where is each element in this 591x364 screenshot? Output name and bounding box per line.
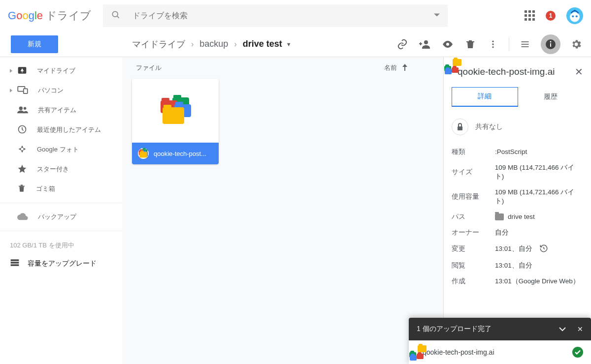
svg-point-12 [492, 46, 493, 48]
chevron-down-icon[interactable] [558, 325, 566, 333]
sidebar-item-computers[interactable]: パソコン [0, 81, 122, 100]
product-name: ドライブ [46, 8, 91, 23]
breadcrumb-item-mydrive[interactable]: マイドライブ [132, 38, 185, 50]
sidebar-item-trash[interactable]: ゴミ箱 [0, 179, 122, 199]
sidebar-item-label: バックアップ [38, 212, 76, 221]
sidebar-item-label: マイドライブ [37, 66, 75, 75]
breadcrumb: マイドライブ › backup › drive test ▼ [132, 38, 292, 50]
upload-toast: 1 個のアップロード完了 ✕ qookie-tech-post-img.ai [409, 318, 591, 364]
search-icon [111, 10, 121, 22]
svg-point-3 [570, 12, 580, 22]
upgrade-label: 容量をアップグレード [28, 259, 97, 268]
section-label: ファイル [136, 63, 162, 72]
cloud-icon [17, 212, 28, 222]
history-icon[interactable] [539, 244, 548, 254]
logo[interactable]: Google ドライブ [8, 8, 91, 23]
upgrade-storage-link[interactable]: 容量をアップグレード [0, 256, 122, 271]
svg-rect-14 [522, 44, 529, 45]
breadcrumb-item-current[interactable]: drive test [243, 39, 282, 49]
photos-icon [17, 144, 27, 155]
tab-activity[interactable]: 履歴 [518, 87, 584, 107]
svg-point-7 [424, 40, 428, 44]
notifications-badge[interactable]: 1 [546, 11, 556, 21]
svg-rect-26 [19, 185, 25, 186]
file-card[interactable]: qookie-tech-post... [132, 79, 219, 164]
devices-icon [17, 86, 28, 95]
new-button[interactable]: 新規 [11, 35, 58, 53]
sidebar-item-recent[interactable]: 最近使用したアイテム [0, 120, 122, 140]
preview-icon[interactable] [441, 37, 455, 51]
get-link-icon[interactable] [395, 37, 409, 51]
sort-arrow-up-icon[interactable] [402, 64, 408, 72]
prop-owner-value: 自分 [495, 228, 509, 237]
account-avatar[interactable] [566, 7, 583, 24]
prop-used-key: 使用容量 [452, 192, 495, 201]
sidebar-item-backups[interactable]: バックアップ [0, 207, 122, 227]
svg-rect-15 [522, 46, 529, 47]
prop-viewed-value: 13:01、自分 [495, 261, 532, 270]
file-name: qookie-tech-post... [154, 150, 206, 157]
prop-path-value[interactable]: drive test [508, 213, 535, 220]
svg-rect-22 [24, 89, 28, 93]
svg-point-10 [492, 40, 493, 42]
storage-usage: 102 GB/1 TB を使用中 [0, 235, 122, 256]
prop-created-key: 作成 [452, 277, 495, 286]
file-thumbnail [132, 79, 219, 143]
svg-rect-29 [11, 262, 19, 263]
sidebar-item-photos[interactable]: Google フォト [0, 140, 122, 159]
chevron-right-icon: › [234, 40, 236, 49]
expand-icon[interactable] [10, 69, 12, 73]
info-icon[interactable] [541, 34, 560, 54]
sidebar-item-label: ゴミ箱 [36, 184, 55, 193]
apps-icon[interactable] [525, 10, 535, 21]
svg-rect-27 [21, 184, 23, 185]
trash-icon [17, 183, 26, 195]
delete-icon[interactable] [463, 37, 477, 51]
svg-point-23 [19, 106, 23, 110]
list-view-icon[interactable] [518, 37, 532, 51]
chevron-right-icon: › [191, 40, 194, 49]
svg-rect-9 [466, 41, 474, 42]
svg-rect-30 [11, 264, 19, 266]
sort-label[interactable]: 名前 [384, 63, 397, 72]
storage-icon [10, 259, 20, 268]
svg-point-4 [572, 15, 574, 17]
more-icon[interactable] [486, 37, 500, 51]
upload-item-name: qookie-tech-post-img.ai [423, 348, 494, 356]
svg-rect-32 [458, 126, 462, 130]
breadcrumb-item-backup[interactable]: backup [199, 39, 228, 49]
prop-used-value: 109 MB (114,721,466 バイト) [495, 188, 583, 206]
prop-modified-key: 変更 [452, 244, 495, 253]
svg-point-20 [22, 71, 23, 72]
svg-rect-13 [522, 41, 529, 42]
sidebar-item-shared[interactable]: 共有アイテム [0, 100, 122, 120]
search-input[interactable] [132, 11, 434, 20]
sidebar-item-mydrive[interactable]: マイドライブ [0, 61, 122, 81]
app-header: Google ドライブ 1 [0, 0, 591, 31]
upload-item-row[interactable]: qookie-tech-post-img.ai [409, 340, 591, 364]
toast-title: 1 個のアップロード完了 [417, 325, 492, 334]
sidebar: マイドライブ パソコン 共有アイテム 最近使用したアイテム Google フォト… [0, 57, 122, 364]
add-person-icon[interactable] [418, 37, 432, 51]
breadcrumb-dropdown-icon[interactable]: ▼ [286, 41, 292, 47]
tab-details[interactable]: 詳細 [452, 87, 518, 107]
prop-size-key: サイズ [452, 168, 495, 177]
sidebar-item-label: Google フォト [37, 145, 79, 154]
prop-type-value: :PostScript [495, 148, 527, 155]
sidebar-item-starred[interactable]: スター付き [0, 159, 122, 179]
sidebar-item-label: 最近使用したアイテム [37, 125, 101, 134]
search-dropdown-icon[interactable] [434, 11, 440, 20]
settings-icon[interactable] [569, 37, 583, 51]
lock-icon [452, 119, 468, 135]
svg-point-5 [576, 15, 578, 17]
expand-icon[interactable] [10, 89, 12, 92]
main-content: ファイル 名前 qookie-tech-post... [122, 57, 443, 364]
svg-point-0 [112, 11, 118, 17]
details-title: qookie-tech-post-img.ai [458, 66, 569, 78]
svg-point-11 [492, 43, 493, 45]
close-icon[interactable]: ✕ [575, 66, 583, 78]
search-bar[interactable] [103, 4, 448, 27]
svg-rect-17 [550, 43, 551, 47]
close-icon[interactable]: ✕ [577, 325, 583, 333]
svg-point-8 [446, 43, 449, 46]
